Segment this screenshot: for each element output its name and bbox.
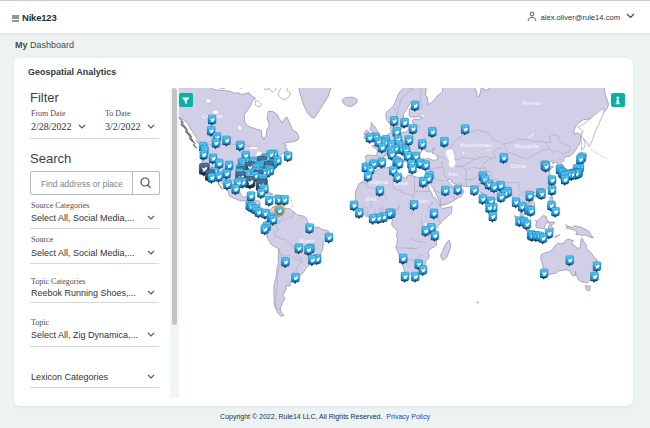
svg-text:Kazakhstan: Kazakhstan [460,142,491,148]
svg-text:Mongolia: Mongolia [515,143,540,149]
svg-text:Russia: Russia [522,100,541,106]
svg-text:Algeria: Algeria [370,179,390,185]
svg-text:Iran: Iran [448,171,458,177]
svg-text:Brazil: Brazil [299,238,314,244]
svg-text:China: China [510,163,526,169]
svg-text:Mali: Mali [365,196,376,202]
